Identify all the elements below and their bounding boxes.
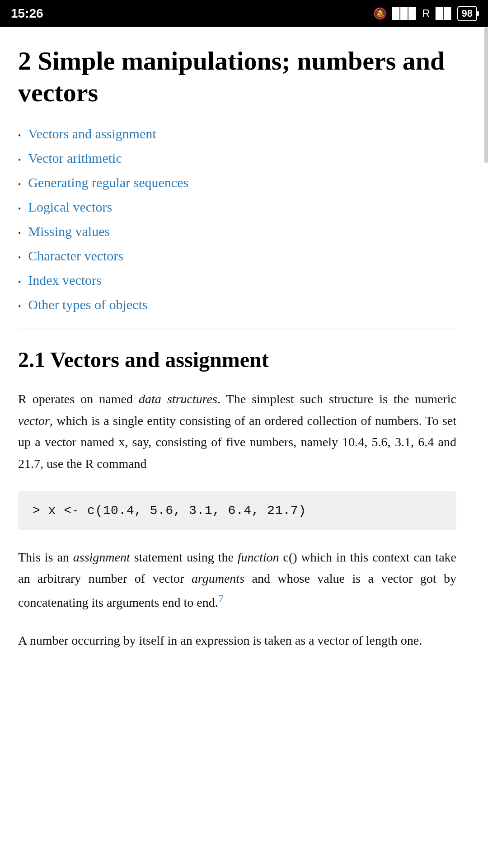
section-paragraph-3: A number occurring by itself in an expre… xyxy=(18,630,456,651)
code-block-assignment: > x <- c(10.4, 5.6, 3.1, 6.4, 21.7) xyxy=(18,491,456,530)
section-divider xyxy=(18,329,456,329)
toc-link-logical-vectors[interactable]: Logical vectors xyxy=(28,199,112,215)
scroll-indicator[interactable] xyxy=(484,27,488,163)
toc-bullet: • xyxy=(18,156,21,165)
toc-link-vectors-assignment[interactable]: Vectors and assignment xyxy=(28,126,156,142)
toc-link-character-vectors[interactable]: Character vectors xyxy=(28,248,123,264)
toc-bullet: • xyxy=(18,229,21,238)
section-paragraph-2: This is an assignment statement using th… xyxy=(18,547,456,613)
toc-link-missing-values[interactable]: Missing values xyxy=(28,224,110,239)
battery-indicator: 98 xyxy=(457,6,477,21)
page-title: 2 Simple manipulations; numbers and vect… xyxy=(18,45,456,108)
italic-arguments: arguments xyxy=(192,571,244,585)
toc-item: • Generating regular sequences xyxy=(18,175,456,190)
toc-link-generating-sequences[interactable]: Generating regular sequences xyxy=(28,175,188,190)
toc-bullet: • xyxy=(18,302,21,311)
toc-link-other-types[interactable]: Other types of objects xyxy=(28,297,147,312)
signal2-icon: ▉▉ xyxy=(436,7,452,20)
toc-item: • Vectors and assignment xyxy=(18,126,456,142)
italic-function: function xyxy=(238,550,279,564)
main-content: 2 Simple manipulations; numbers and vect… xyxy=(0,27,474,694)
italic-assignment: assignment xyxy=(73,550,130,564)
toc-link-index-vectors[interactable]: Index vectors xyxy=(28,273,101,288)
toc-item: • Vector arithmetic xyxy=(18,151,456,166)
section-paragraph-1: R operates on named data structures. The… xyxy=(18,388,456,474)
status-bar: 15:26 🔕 ▉▉▉ R ▉▉ 98 xyxy=(0,0,488,27)
toc-item: • Character vectors xyxy=(18,248,456,264)
toc-bullet: • xyxy=(18,278,21,287)
toc-item: • Missing values xyxy=(18,224,456,239)
mute-icon: 🔕 xyxy=(373,7,387,20)
time-display: 15:26 xyxy=(11,6,43,21)
status-bar-right: 🔕 ▉▉▉ R ▉▉ 98 xyxy=(373,6,477,21)
footnote-ref-7[interactable]: 7 xyxy=(218,593,224,604)
toc-bullet: • xyxy=(18,180,21,189)
section-heading-2-1: 2.1 Vectors and assignment xyxy=(18,347,456,372)
toc-item: • Logical vectors xyxy=(18,199,456,215)
italic-vector: vector xyxy=(18,414,50,428)
signal-icon: ▉▉▉ xyxy=(392,7,417,20)
toc-link-vector-arithmetic[interactable]: Vector arithmetic xyxy=(28,151,122,166)
toc-bullet: • xyxy=(18,253,21,263)
italic-data-structures: data structures xyxy=(139,392,217,406)
toc-bullet: • xyxy=(18,131,21,141)
toc-item: • Index vectors xyxy=(18,273,456,288)
toc-item: • Other types of objects xyxy=(18,297,456,312)
sim-icon: R xyxy=(422,7,430,20)
status-bar-left: 15:26 xyxy=(11,6,43,21)
table-of-contents: • Vectors and assignment • Vector arithm… xyxy=(18,126,456,312)
toc-bullet: • xyxy=(18,204,21,214)
